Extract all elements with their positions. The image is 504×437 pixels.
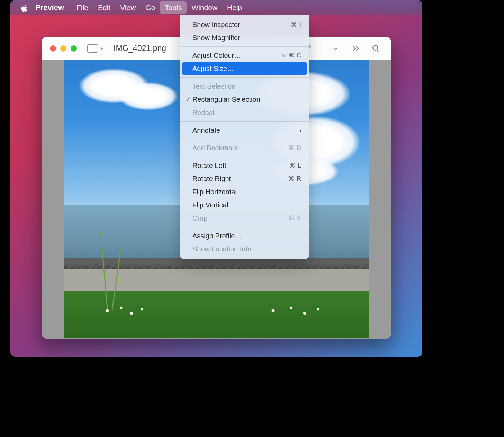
menu-item-crop: ✓Crop⌘ K <box>180 212 309 225</box>
menu-item-show-inspector[interactable]: ✓Show Inspector⌘ I <box>180 18 309 31</box>
separator <box>322 43 322 54</box>
menu-item-rotate-left[interactable]: ✓Rotate Left⌘ L <box>180 159 309 172</box>
sidebar-toggle[interactable] <box>87 44 104 53</box>
menu-bar: Preview File Edit View Go Tools Window H… <box>10 0 422 15</box>
menu-separator <box>180 139 309 139</box>
menu-shortcut: ⌘ I <box>291 21 302 28</box>
svg-rect-0 <box>88 45 98 52</box>
menu-item-label: Flip Vertical <box>192 201 302 209</box>
menu-item-flip-horizontal[interactable]: ✓Flip Horizontal <box>180 185 309 198</box>
menu-shortcut: ⌘ D <box>288 144 302 152</box>
menu-go[interactable]: Go <box>141 1 160 14</box>
menu-shortcut: ` <box>299 34 302 42</box>
menu-item-show-magnifier[interactable]: ✓Show Magnifier` <box>180 31 309 44</box>
menu-item-label: Show Inspector <box>192 21 291 29</box>
menu-item-label: Rectangular Selection <box>192 96 302 104</box>
chevron-down-icon <box>333 46 339 51</box>
menu-item-show-location-info: ✓Show Location Info <box>180 242 309 256</box>
menu-item-redact: ✓Redact <box>180 106 309 119</box>
chevron-down-icon <box>100 46 104 51</box>
menu-shortcut: ⌘ R <box>288 175 302 182</box>
chevron-right-icon: › <box>299 126 302 134</box>
check-icon: ✓ <box>186 96 192 103</box>
menu-edit[interactable]: Edit <box>93 1 115 14</box>
menu-item-label: Adjust Colour… <box>192 52 280 60</box>
menu-item-label: Text Selection <box>192 82 302 90</box>
menu-item-flip-vertical[interactable]: ✓Flip Vertical <box>180 198 309 212</box>
search-icon <box>372 45 380 52</box>
toolbar-dropdown[interactable] <box>327 42 344 55</box>
desktop: Preview File Edit View Go Tools Window H… <box>10 0 422 357</box>
search-button[interactable] <box>368 42 384 55</box>
window-title: IMG_4021.png <box>114 44 166 53</box>
menu-item-label: Assign Profile… <box>192 232 302 240</box>
menu-separator <box>180 227 309 227</box>
menu-item-rotate-right[interactable]: ✓Rotate Right⌘ R <box>180 172 309 185</box>
app-name[interactable]: Preview <box>35 3 64 12</box>
menu-item-annotate[interactable]: ✓Annotate› <box>180 124 309 137</box>
menu-shortcut: ⌥⌘ C <box>280 52 302 59</box>
minimize-button[interactable] <box>60 45 66 52</box>
menu-item-add-bookmark: ✓Add Bookmark⌘ D <box>180 141 309 154</box>
menu-item-label: Add Bookmark <box>192 144 288 152</box>
menu-item-label: Flip Horizontal <box>192 188 302 196</box>
menu-item-text-selection: ✓Text Selection <box>180 80 309 93</box>
menu-separator <box>180 46 309 47</box>
menu-item-label: Show Magnifier <box>192 34 299 42</box>
menu-item-label: Show Location Info <box>192 245 302 253</box>
menu-separator <box>180 121 309 122</box>
menu-shortcut: ⌘ K <box>288 214 302 222</box>
toolbar-more[interactable] <box>348 42 364 55</box>
menu-item-label: Annotate <box>192 126 299 134</box>
menu-separator <box>180 157 309 157</box>
menu-item-adjust-size[interactable]: ✓Adjust Size… <box>182 62 307 75</box>
menu-item-assign-profile[interactable]: ✓Assign Profile… <box>180 229 309 242</box>
menu-tools[interactable]: Tools <box>160 1 187 14</box>
svg-line-4 <box>377 50 379 52</box>
close-button[interactable] <box>50 45 56 52</box>
menu-item-label: Rotate Left <box>192 162 289 170</box>
menu-item-label: Redact <box>192 109 302 117</box>
tools-menu: ✓Show Inspector⌘ I✓Show Magnifier`✓Adjus… <box>180 15 309 259</box>
chevron-right-double-icon <box>352 45 360 52</box>
zoom-button[interactable] <box>71 45 77 52</box>
menu-item-label: Rotate Right <box>192 175 288 183</box>
window-controls <box>42 45 77 52</box>
menu-window[interactable]: Window <box>187 1 222 14</box>
menu-item-adjust-colour[interactable]: ✓Adjust Colour…⌥⌘ C <box>180 49 309 62</box>
menu-item-rectangular-selection[interactable]: ✓Rectangular Selection <box>180 93 309 106</box>
menu-shortcut: ⌘ L <box>289 162 302 169</box>
apple-icon[interactable] <box>21 4 28 11</box>
menu-item-label: Crop <box>192 214 288 222</box>
menu-separator <box>180 77 309 78</box>
svg-point-3 <box>373 45 378 50</box>
menu-help[interactable]: Help <box>222 1 247 14</box>
menu-item-label: Adjust Size… <box>192 65 302 73</box>
menu-file[interactable]: File <box>72 1 93 14</box>
menu-view[interactable]: View <box>115 1 141 14</box>
